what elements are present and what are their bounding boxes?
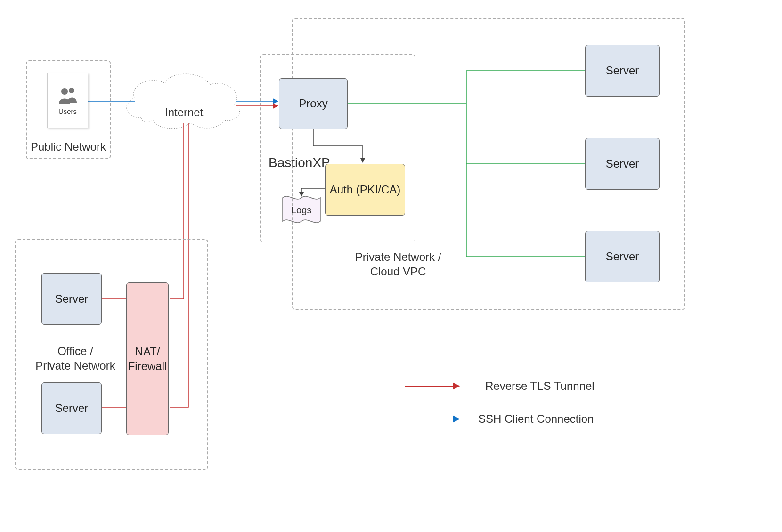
internet-label: Internet: [165, 106, 203, 119]
vpc-server-1: Server: [585, 45, 660, 97]
svg-point-0: [61, 88, 68, 95]
vpc-server-2: Server: [585, 138, 660, 190]
auth-label: Auth (PKI/CA): [330, 183, 401, 196]
office-server-2-label: Server: [55, 402, 89, 415]
private-vpc-title: Private Network / Cloud VPC: [339, 250, 457, 279]
users-label: Users: [58, 107, 77, 115]
bastionxp-title: BastionXP: [269, 155, 330, 170]
office-server-1-label: Server: [55, 292, 89, 306]
office-server-2: Server: [41, 382, 102, 434]
vpc-server-3-label: Server: [606, 250, 639, 263]
legend-ssh-label: SSH Client Connection: [478, 412, 594, 426]
diagram-stage: Users Public Network Internet BastionXP …: [0, 0, 782, 532]
public-network-title: Public Network: [28, 140, 108, 153]
nat-firewall-label: NAT/ Firewall: [128, 344, 167, 373]
internet-cloud: [127, 74, 240, 129]
users-card: Users: [47, 73, 88, 128]
office-title: Office / Private Network: [33, 344, 118, 373]
auth-box: Auth (PKI/CA): [325, 164, 405, 216]
svg-point-1: [69, 88, 74, 93]
nat-firewall-box: NAT/ Firewall: [126, 282, 169, 435]
vpc-server-3: Server: [585, 231, 660, 282]
vpc-server-2-label: Server: [606, 157, 639, 170]
proxy-label: Proxy: [299, 97, 327, 110]
vpc-server-1-label: Server: [606, 64, 639, 77]
users-icon: [56, 86, 80, 105]
logs-label: Logs: [291, 205, 311, 216]
legend-reverse-label: Reverse TLS Tunnnel: [485, 379, 595, 393]
proxy-box: Proxy: [279, 78, 348, 129]
office-server-1: Server: [41, 273, 102, 325]
